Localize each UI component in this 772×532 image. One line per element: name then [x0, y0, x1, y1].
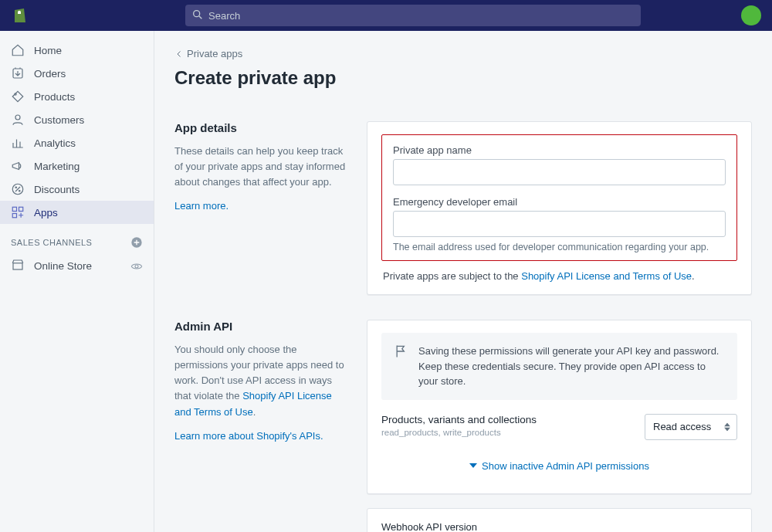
section-heading: Admin API	[174, 320, 348, 333]
info-banner: Saving these permissions will generate y…	[381, 333, 737, 400]
webhook-card: Webhook API version 2020-04 (Latest)	[367, 508, 752, 533]
flag-icon	[394, 344, 409, 359]
search-bar[interactable]	[185, 5, 641, 26]
sidebar-item-label: Customers	[34, 114, 84, 126]
permission-title: Products, variants and collections	[381, 414, 537, 425]
sidebar-section-header: SALES CHANNELS	[0, 224, 154, 253]
sidebar-item-orders[interactable]: Orders	[0, 62, 154, 85]
svg-rect-9	[19, 207, 23, 211]
svg-line-1	[199, 16, 201, 19]
sidebar-section-label: SALES CHANNELS	[11, 238, 92, 247]
sidebar-item-label: Marketing	[34, 161, 80, 172]
customer-icon	[11, 113, 25, 127]
app-name-label: Private app name	[393, 144, 726, 156]
permission-scopes: read_products, write_products	[381, 428, 537, 437]
sidebar-item-label: Home	[34, 45, 62, 56]
section-app-details: App details These details can help you k…	[174, 121, 752, 295]
sidebar-item-customers[interactable]: Customers	[0, 108, 154, 131]
show-inactive-permissions[interactable]: Show inactive Admin API permissions	[381, 454, 737, 481]
svg-point-0	[194, 10, 200, 16]
caret-down-icon	[469, 463, 477, 468]
sidebar-item-home[interactable]: Home	[0, 39, 154, 62]
sidebar-item-marketing[interactable]: Marketing	[0, 154, 154, 178]
sidebar-channel-online-store[interactable]: Online Store	[0, 253, 154, 279]
sidebar-channel-label: Online Store	[34, 260, 92, 272]
section-heading: App details	[174, 121, 348, 134]
search-input[interactable]	[208, 10, 635, 22]
home-icon	[11, 43, 25, 57]
analytics-icon	[11, 136, 25, 150]
banner-text: Saving these permissions will generate y…	[418, 344, 725, 389]
store-icon	[11, 258, 25, 274]
search-icon	[191, 8, 204, 23]
api-license-link[interactable]: Shopify API License and Terms of Use	[521, 270, 692, 282]
orders-icon	[11, 66, 25, 80]
svg-rect-10	[12, 214, 16, 218]
admin-api-card: Saving these permissions will generate y…	[367, 320, 752, 494]
sidebar-item-label: Orders	[34, 68, 66, 80]
svg-rect-12	[13, 263, 22, 269]
svg-point-7	[19, 191, 21, 192]
learn-more-link[interactable]: Learn more.	[174, 200, 229, 212]
sidebar: Home Orders Products Customers Analytics…	[0, 31, 154, 532]
sidebar-item-label: Products	[34, 91, 75, 103]
permission-row: Products, variants and collections read_…	[381, 414, 737, 440]
breadcrumb[interactable]: Private apps	[174, 48, 752, 59]
select-value: Read access	[653, 421, 711, 432]
sidebar-item-label: Discounts	[34, 184, 80, 195]
view-store-icon[interactable]	[130, 260, 143, 273]
developer-email-label: Emergency developer email	[393, 196, 726, 208]
section-admin-api: Admin API You should only choose the per…	[174, 320, 752, 532]
sidebar-item-label: Apps	[34, 207, 58, 219]
app-details-card: Private app name Emergency developer ema…	[367, 121, 752, 295]
svg-point-6	[15, 187, 17, 188]
discount-icon	[11, 182, 25, 196]
topbar	[0, 0, 772, 31]
chevron-left-icon	[174, 49, 184, 59]
app-details-footer: Private apps are subject to the Shopify …	[381, 270, 737, 282]
developer-email-input[interactable]	[393, 211, 726, 237]
page-title: Create private app	[174, 67, 752, 89]
app-name-input[interactable]	[393, 159, 726, 185]
sidebar-item-analytics[interactable]: Analytics	[0, 131, 154, 154]
add-channel-button[interactable]	[130, 236, 143, 249]
svg-point-13	[135, 265, 138, 268]
select-caret-icon	[724, 422, 730, 431]
avatar[interactable]	[741, 5, 761, 25]
shopify-logo[interactable]	[11, 6, 29, 25]
show-more-label: Show inactive Admin API permissions	[482, 460, 649, 472]
sidebar-item-products[interactable]: Products	[0, 85, 154, 108]
webhook-version-label: Webhook API version	[381, 521, 737, 533]
footer-prefix: Private apps are subject to the	[383, 270, 521, 282]
apps-icon	[11, 205, 25, 219]
section-description: These details can help you keep track of…	[174, 144, 348, 190]
svg-point-4	[15, 115, 20, 120]
breadcrumb-label: Private apps	[187, 48, 242, 59]
sidebar-item-apps[interactable]: Apps	[0, 201, 154, 224]
svg-rect-8	[12, 207, 16, 211]
permission-access-select[interactable]: Read access	[645, 414, 737, 440]
content: Private apps Create private app App deta…	[154, 31, 772, 532]
sidebar-item-discounts[interactable]: Discounts	[0, 178, 154, 201]
highlight-box: Private app name Emergency developer ema…	[381, 134, 737, 261]
tag-icon	[11, 90, 25, 103]
megaphone-icon	[11, 159, 25, 173]
section-description: You should only choose the permissions y…	[174, 342, 348, 420]
learn-apis-link[interactable]: Learn more about Shopify's APIs.	[174, 430, 323, 442]
sidebar-item-label: Analytics	[34, 137, 76, 149]
footer-suffix: .	[692, 270, 695, 282]
email-help-text: The email address used for developer com…	[393, 242, 726, 252]
